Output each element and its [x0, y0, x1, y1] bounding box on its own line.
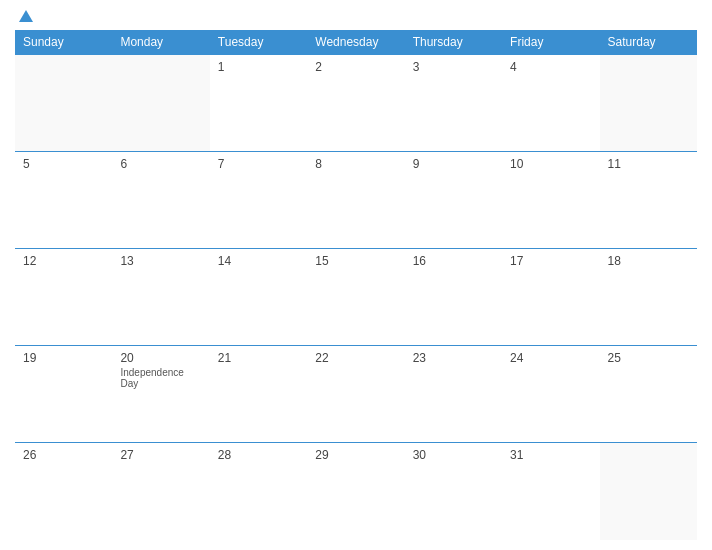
days-of-week-row: SundayMondayTuesdayWednesdayThursdayFrid… — [15, 30, 697, 55]
calendar-cell: 4 — [502, 55, 599, 152]
day-number: 9 — [413, 157, 494, 171]
day-number: 24 — [510, 351, 591, 365]
calendar-cell: 30 — [405, 443, 502, 540]
calendar-cell: 3 — [405, 55, 502, 152]
calendar-thead: SundayMondayTuesdayWednesdayThursdayFrid… — [15, 30, 697, 55]
calendar-cell: 20Independence Day — [112, 346, 209, 443]
day-header-friday: Friday — [502, 30, 599, 55]
calendar-cell: 31 — [502, 443, 599, 540]
calendar-header — [15, 10, 697, 22]
day-number: 11 — [608, 157, 689, 171]
day-number: 30 — [413, 448, 494, 462]
calendar-cell: 5 — [15, 152, 112, 249]
week-row-0: 1234 — [15, 55, 697, 152]
calendar-cell: 13 — [112, 249, 209, 346]
logo — [15, 10, 33, 22]
calendar-cell: 9 — [405, 152, 502, 249]
calendar-cell — [600, 55, 697, 152]
calendar-cell: 14 — [210, 249, 307, 346]
calendar-table: SundayMondayTuesdayWednesdayThursdayFrid… — [15, 30, 697, 540]
calendar-cell: 29 — [307, 443, 404, 540]
day-number: 17 — [510, 254, 591, 268]
calendar-cell: 15 — [307, 249, 404, 346]
day-number: 7 — [218, 157, 299, 171]
day-number: 22 — [315, 351, 396, 365]
calendar-cell: 16 — [405, 249, 502, 346]
calendar-wrapper: SundayMondayTuesdayWednesdayThursdayFrid… — [0, 0, 712, 550]
calendar-cell: 28 — [210, 443, 307, 540]
week-row-3: 1920Independence Day2122232425 — [15, 346, 697, 443]
calendar-cell: 1 — [210, 55, 307, 152]
calendar-cell: 17 — [502, 249, 599, 346]
day-number: 28 — [218, 448, 299, 462]
week-row-4: 262728293031 — [15, 443, 697, 540]
day-number: 10 — [510, 157, 591, 171]
day-number: 12 — [23, 254, 104, 268]
calendar-cell: 24 — [502, 346, 599, 443]
day-number: 16 — [413, 254, 494, 268]
calendar-cell: 23 — [405, 346, 502, 443]
day-number: 27 — [120, 448, 201, 462]
calendar-cell: 26 — [15, 443, 112, 540]
calendar-cell: 8 — [307, 152, 404, 249]
day-number: 2 — [315, 60, 396, 74]
week-row-1: 567891011 — [15, 152, 697, 249]
day-number: 5 — [23, 157, 104, 171]
day-number: 20 — [120, 351, 201, 365]
calendar-cell: 12 — [15, 249, 112, 346]
day-header-monday: Monday — [112, 30, 209, 55]
day-number: 23 — [413, 351, 494, 365]
day-number: 8 — [315, 157, 396, 171]
week-row-2: 12131415161718 — [15, 249, 697, 346]
day-number: 3 — [413, 60, 494, 74]
day-header-sunday: Sunday — [15, 30, 112, 55]
calendar-cell: 27 — [112, 443, 209, 540]
calendar-cell — [600, 443, 697, 540]
calendar-cell: 18 — [600, 249, 697, 346]
day-number: 31 — [510, 448, 591, 462]
day-number: 21 — [218, 351, 299, 365]
day-number: 15 — [315, 254, 396, 268]
day-number: 29 — [315, 448, 396, 462]
calendar-cell — [112, 55, 209, 152]
day-number: 19 — [23, 351, 104, 365]
logo-triangle-icon — [19, 10, 33, 22]
day-number: 6 — [120, 157, 201, 171]
calendar-cell: 22 — [307, 346, 404, 443]
calendar-cell: 7 — [210, 152, 307, 249]
day-number: 26 — [23, 448, 104, 462]
calendar-cell: 6 — [112, 152, 209, 249]
calendar-cell — [15, 55, 112, 152]
calendar-cell: 2 — [307, 55, 404, 152]
day-number: 14 — [218, 254, 299, 268]
day-header-thursday: Thursday — [405, 30, 502, 55]
day-number: 4 — [510, 60, 591, 74]
calendar-cell: 19 — [15, 346, 112, 443]
day-number: 18 — [608, 254, 689, 268]
calendar-body: 1234567891011121314151617181920Independe… — [15, 55, 697, 541]
day-number: 1 — [218, 60, 299, 74]
calendar-cell: 10 — [502, 152, 599, 249]
calendar-cell: 11 — [600, 152, 697, 249]
calendar-cell: 25 — [600, 346, 697, 443]
day-number: 13 — [120, 254, 201, 268]
day-header-saturday: Saturday — [600, 30, 697, 55]
day-header-tuesday: Tuesday — [210, 30, 307, 55]
calendar-cell: 21 — [210, 346, 307, 443]
day-number: 25 — [608, 351, 689, 365]
holiday-label: Independence Day — [120, 367, 201, 389]
day-header-wednesday: Wednesday — [307, 30, 404, 55]
